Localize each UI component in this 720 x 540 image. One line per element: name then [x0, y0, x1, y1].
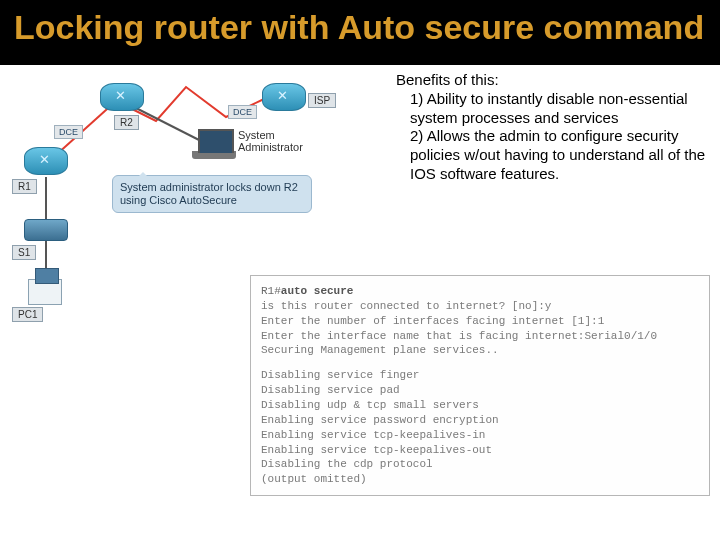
router-r1: [24, 147, 68, 175]
slide-title: Locking router with Auto secure command: [14, 8, 706, 47]
terminal-line: Enabling service password encryption: [261, 413, 699, 428]
benefits-heading: Benefits of this:: [396, 71, 706, 90]
benefit-1: 1) Ability to instantly disable non-esse…: [396, 90, 706, 128]
svg-line-3: [134, 107, 201, 141]
pc-pc1: [28, 279, 62, 305]
terminal-output: R1#auto secure is this router connected …: [250, 275, 710, 496]
terminal-command: auto secure: [281, 285, 354, 297]
label-sysadmin: System Administrator: [238, 129, 318, 153]
content-area: R1 R2 ISP DCE DCE System Administrator S…: [0, 65, 720, 69]
terminal-line-cmd: R1#auto secure: [261, 284, 699, 299]
terminal-line: Enabling service tcp-keepalives-out: [261, 443, 699, 458]
terminal-line: Enter the number of interfaces facing in…: [261, 314, 699, 329]
router-r2: [100, 83, 144, 111]
badge-dce-1: DCE: [54, 125, 83, 139]
label-r1: R1: [12, 179, 37, 194]
switch-s1: [24, 219, 68, 241]
terminal-line: (output omitted): [261, 472, 699, 487]
callout-autosecure: System administrator locks down R2 using…: [112, 175, 312, 213]
label-r2: R2: [114, 115, 139, 130]
terminal-line: Enter the interface name that is facing …: [261, 329, 699, 344]
terminal-line: Disabling service pad: [261, 383, 699, 398]
callout-text: System administrator locks down R2 using…: [120, 181, 298, 206]
terminal-line: is this router connected to internet? [n…: [261, 299, 699, 314]
router-isp: [262, 83, 306, 111]
terminal-line: Disabling the cdp protocol: [261, 457, 699, 472]
terminal-line: Enabling service tcp-keepalives-in: [261, 428, 699, 443]
badge-dce-2: DCE: [228, 105, 257, 119]
label-isp: ISP: [308, 93, 336, 108]
terminal-gap: [261, 358, 699, 368]
terminal-prompt: R1#: [261, 285, 281, 297]
terminal-line: Disabling udp & tcp small servers: [261, 398, 699, 413]
benefit-2: 2) Allows the admin to configure securit…: [396, 127, 706, 183]
terminal-line: Securing Management plane services..: [261, 343, 699, 358]
network-diagram: R1 R2 ISP DCE DCE System Administrator S…: [6, 69, 376, 289]
label-pc1: PC1: [12, 307, 43, 322]
terminal-line: Disabling service finger: [261, 368, 699, 383]
laptop-sysadmin: [192, 151, 236, 159]
title-bar: Locking router with Auto secure command: [0, 0, 720, 65]
label-s1: S1: [12, 245, 36, 260]
benefits-block: Benefits of this: 1) Ability to instantl…: [396, 71, 706, 184]
